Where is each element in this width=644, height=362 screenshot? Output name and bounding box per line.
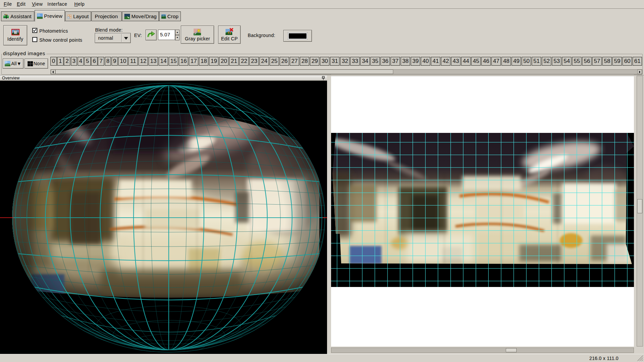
svg-text:GL: GL xyxy=(37,14,41,16)
svg-text:1: 1 xyxy=(15,30,17,34)
